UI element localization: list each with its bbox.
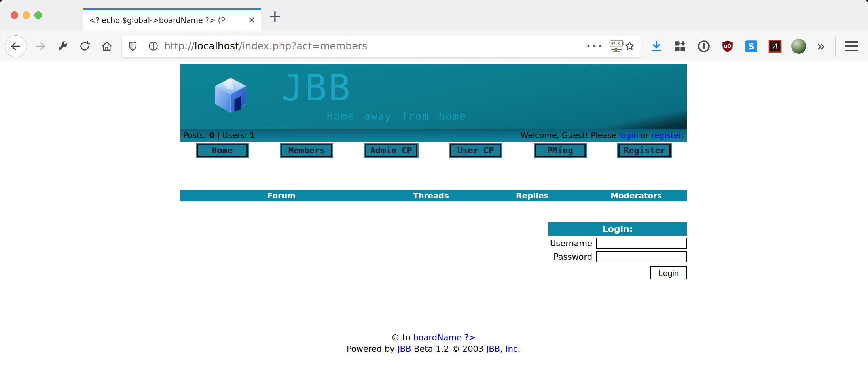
forum-table-header: Forum Threads Replies Moderators (180, 190, 687, 201)
onepassword-icon (697, 40, 711, 53)
jbb-logo-icon (212, 76, 250, 114)
stylish-s-icon: S (745, 40, 758, 53)
login-box-title: Login: (548, 222, 687, 236)
url-protocol: http:// (164, 40, 195, 52)
home-icon (101, 40, 113, 52)
tab-bar: <? echo $global->boardName ?> (P ✕ + (0, 0, 868, 30)
forward-icon (34, 40, 46, 52)
svg-text:192.X.X: 192.X.X (609, 42, 624, 45)
home-button[interactable] (96, 35, 118, 57)
close-window-button[interactable] (11, 11, 18, 19)
url-host: localhost (195, 40, 239, 52)
overflow-menu-button[interactable]: » (814, 38, 828, 55)
tab-close-icon[interactable]: ✕ (246, 15, 255, 25)
login-submit-button[interactable]: Login (650, 266, 687, 279)
nav-members-button[interactable]: Members (281, 144, 332, 157)
downloads-button[interactable] (648, 38, 665, 55)
extension-grid-plus-button[interactable] (671, 38, 689, 55)
grid-plus-icon (673, 40, 687, 53)
toolbar-separator (835, 36, 836, 56)
web-page: JBB Home away from home Posts: 0 | Users… (0, 62, 868, 372)
username-label: Username (550, 239, 592, 248)
stats-bar: Posts: 0 | Users: 1 Welcome, Guest! Plea… (180, 129, 687, 142)
download-icon (650, 40, 663, 53)
boardname-link[interactable]: boardName ?> (413, 333, 476, 342)
stylish-button[interactable]: S (743, 38, 760, 55)
navigation-toolbar: http://localhost/index.php?act=members •… (0, 30, 868, 62)
register-link[interactable]: register (651, 130, 681, 140)
page-actions-icon[interactable]: ••• (586, 42, 604, 51)
users-count: 1 (250, 130, 255, 140)
ublock-origin-button[interactable]: uO (719, 38, 736, 55)
login-box: Login: Username Password Login (548, 222, 687, 279)
username-field[interactable] (596, 238, 687, 249)
reload-button[interactable] (74, 35, 96, 57)
password-field[interactable] (596, 251, 687, 262)
overflow-chevrons-icon: » (817, 39, 825, 53)
forum-board: JBB Home away from home Posts: 0 | Users… (180, 64, 687, 355)
site-info-icon[interactable] (148, 41, 159, 51)
column-replies: Replies (479, 191, 586, 200)
url-display[interactable]: http://localhost/index.php?act=members (164, 40, 582, 52)
svg-text:S: S (748, 41, 754, 51)
welcome-message: Welcome, Guest! Please login or register… (521, 130, 684, 140)
back-icon (10, 40, 22, 52)
nav-home-button[interactable]: Home (197, 144, 248, 157)
onepassword-button[interactable] (695, 38, 713, 55)
wrench-icon (57, 40, 68, 52)
password-label: Password (553, 252, 592, 262)
new-tab-button[interactable]: + (268, 7, 282, 25)
zoom-window-button[interactable] (34, 11, 42, 19)
acrobat-button[interactable]: A (766, 38, 784, 55)
nav-register-button[interactable]: Register (618, 144, 671, 157)
posts-count: 0 (209, 130, 214, 140)
url-path: /index.php?act=members (239, 40, 367, 52)
board-footer: © to boardName ?> Powered by JBB Beta 1.… (180, 332, 687, 355)
nav-admin-cp-button[interactable]: Admin CP (365, 144, 417, 157)
login-link[interactable]: login (619, 130, 638, 140)
app-menu-button[interactable] (843, 38, 860, 55)
tab-title: <? echo $global->boardName ?> (P (89, 16, 246, 25)
svg-text:uO: uO (724, 43, 732, 49)
jbb-inc-link[interactable]: JBB, Inc. (486, 344, 520, 354)
footer-copyright-line: © to boardName ?> (180, 332, 687, 344)
back-button[interactable] (5, 35, 27, 57)
board-banner: JBB Home away from home (180, 64, 687, 129)
acrobat-icon: A (768, 40, 782, 53)
minimize-window-button[interactable] (23, 11, 30, 19)
tracking-protection-shield-icon[interactable] (127, 41, 138, 51)
ublock-shield-icon: uO (721, 40, 734, 53)
nav-user-cp-button[interactable]: User CP (450, 144, 501, 157)
browser-window: <? echo $global->boardName ?> (P ✕ + htt… (0, 0, 868, 372)
browser-tab[interactable]: <? echo $global->boardName ?> (P ✕ (83, 8, 261, 30)
url-bar[interactable]: http://localhost/index.php?act=members •… (122, 35, 641, 57)
column-moderators: Moderators (586, 191, 687, 200)
nav-button-row: Home Members Admin CP User CP PMing Regi… (180, 142, 687, 161)
hamburger-icon (845, 41, 858, 51)
spacer (180, 161, 687, 190)
macos-window-controls (11, 11, 42, 19)
network-extension-icon[interactable]: 192.X.X (608, 40, 624, 53)
reload-icon (79, 40, 91, 52)
board-slogan: Home away from home (327, 110, 466, 122)
avatar (791, 39, 806, 54)
profile-avatar-button[interactable] (790, 38, 807, 55)
developer-tools-button[interactable] (51, 35, 74, 57)
board-title: JBB (281, 69, 352, 108)
urlbar-separator (143, 40, 143, 52)
jbb-link[interactable]: JBB (397, 344, 411, 354)
column-threads: Threads (383, 191, 479, 200)
footer-powered-line: Powered by JBB Beta 1.2 © 2003 JBB, Inc. (180, 344, 687, 355)
bookmark-star-icon[interactable] (624, 41, 635, 51)
board-stats: Posts: 0 | Users: 1 (183, 130, 255, 140)
forward-button[interactable] (29, 35, 51, 57)
svg-text:A: A (772, 42, 778, 51)
nav-pming-button[interactable]: PMing (535, 144, 586, 157)
column-forum: Forum (180, 191, 383, 200)
